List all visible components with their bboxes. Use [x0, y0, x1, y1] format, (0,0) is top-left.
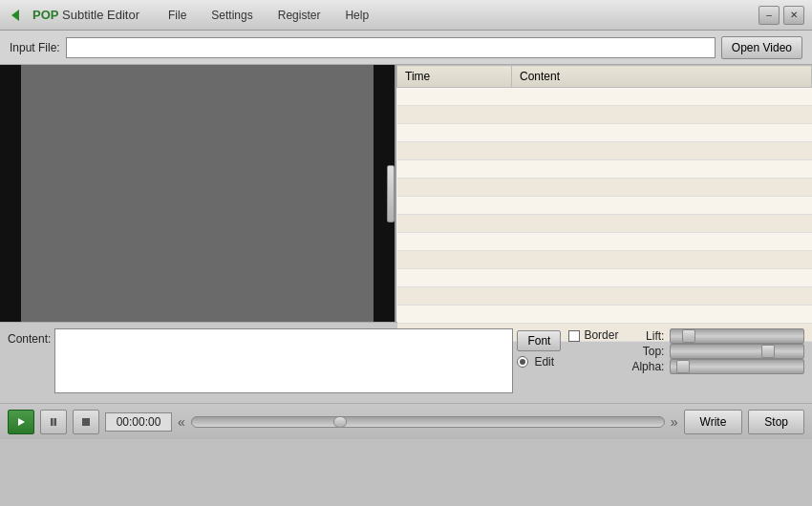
table-row: [397, 88, 812, 106]
alpha-track[interactable]: [670, 359, 804, 374]
table-row: [397, 197, 812, 215]
subtitle-table: Time Content: [396, 65, 812, 342]
col-time: Time: [397, 66, 512, 88]
app-title: POP Subtitle Editor: [32, 8, 139, 22]
border-area: Border: [568, 328, 618, 346]
content-label: Content:: [8, 332, 51, 346]
close-button[interactable]: ✕: [783, 6, 804, 25]
table-row: [397, 287, 812, 306]
top-label: Top:: [626, 345, 664, 358]
edit-row: Edit: [517, 355, 561, 369]
font-edit-col: Font Edit: [517, 328, 561, 369]
top-slider-row: Top:: [626, 344, 804, 359]
open-video-button[interactable]: Open Video: [721, 36, 802, 59]
lift-track[interactable]: [670, 328, 804, 344]
progress-track[interactable]: [191, 416, 665, 428]
play-button[interactable]: [8, 410, 34, 434]
input-file-field[interactable]: [66, 37, 716, 58]
nav-left-button[interactable]: «: [178, 414, 185, 430]
table-row: [397, 269, 812, 287]
border-label: Border: [584, 328, 618, 342]
col-content: Content: [512, 66, 812, 88]
bottom-area: Content: Font Edit Border: [0, 323, 812, 403]
main-area: Time Content: [0, 65, 812, 323]
video-display: [0, 65, 395, 322]
content-textarea[interactable]: [54, 328, 513, 393]
video-scrollbar[interactable]: [387, 165, 395, 222]
top-track[interactable]: [670, 344, 804, 359]
table-row: [397, 179, 812, 197]
menu-settings[interactable]: Settings: [207, 7, 256, 24]
pause-icon: [49, 417, 58, 427]
alpha-slider-row: Alpha:: [626, 359, 804, 374]
transport-bar: 00:00:00 « » Write Stop: [0, 403, 812, 439]
video-content: [21, 65, 374, 322]
pause-button[interactable]: [40, 410, 67, 434]
progress-thumb[interactable]: [333, 416, 347, 428]
title-bar: POP Subtitle Editor File Settings Regist…: [0, 0, 812, 31]
title-menu: File Settings Register Help: [164, 7, 373, 24]
nav-right-button[interactable]: »: [671, 414, 678, 430]
time-display: 00:00:00: [105, 412, 172, 432]
lift-slider-row: Lift:: [626, 328, 804, 344]
app-icon: [8, 6, 27, 25]
alpha-label: Alpha:: [626, 360, 664, 373]
table-row: [397, 160, 812, 179]
input-bar: Input File: Open Video: [0, 31, 812, 65]
menu-register[interactable]: Register: [274, 7, 325, 24]
edit-radio[interactable]: [517, 356, 528, 368]
font-button[interactable]: Font: [517, 330, 561, 351]
table-row: [397, 142, 812, 160]
lift-label: Lift:: [626, 329, 664, 343]
edit-label: Edit: [534, 355, 554, 369]
svg-marker-1: [18, 418, 25, 426]
radio-inner: [520, 359, 525, 365]
lift-thumb[interactable]: [682, 329, 695, 343]
table-row: [397, 306, 812, 324]
table-row: [397, 233, 812, 251]
title-bar-left: POP Subtitle Editor File Settings Regist…: [8, 6, 759, 25]
menu-help[interactable]: Help: [341, 7, 373, 24]
subtitle-panel: Time Content: [396, 65, 812, 322]
subtitle-tbody: [397, 88, 812, 342]
svg-rect-2: [51, 418, 53, 426]
table-row: [397, 106, 812, 124]
sliders-area: Lift: Top: Alpha:: [618, 328, 804, 397]
content-with-labels: Content: Font Edit Border: [8, 328, 618, 393]
svg-rect-4: [82, 418, 90, 426]
stop-icon: [81, 417, 91, 427]
alpha-thumb[interactable]: [676, 360, 690, 373]
bottom-left: Content: Font Edit Border: [8, 328, 618, 397]
table-row: [397, 124, 812, 142]
video-panel: [0, 65, 396, 322]
svg-marker-0: [11, 10, 19, 21]
table-row: [397, 251, 812, 269]
table-row: [397, 215, 812, 233]
stop-transport-button[interactable]: Stop: [748, 410, 804, 434]
top-thumb[interactable]: [761, 345, 775, 358]
stop-button[interactable]: [73, 410, 99, 434]
border-checkbox[interactable]: [568, 330, 580, 342]
menu-file[interactable]: File: [164, 7, 190, 24]
bottom-main: Content: Font Edit Border: [8, 328, 804, 397]
title-controls: – ✕: [759, 6, 804, 25]
svg-rect-3: [54, 418, 57, 426]
input-file-label: Input File:: [10, 41, 60, 54]
minimize-button[interactable]: –: [759, 6, 780, 25]
play-icon: [16, 417, 26, 427]
video-black-left: [0, 65, 21, 322]
write-button[interactable]: Write: [684, 410, 743, 434]
